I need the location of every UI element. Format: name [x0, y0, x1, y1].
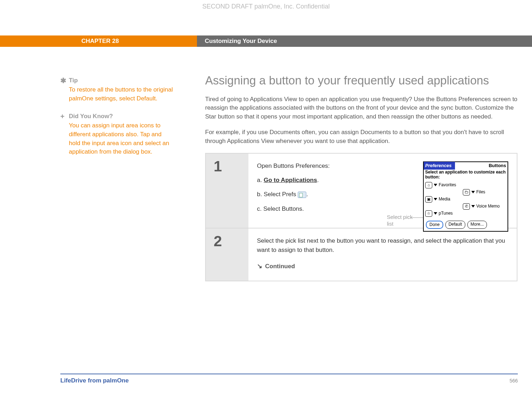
step-1a: a. Go to Applications. [257, 176, 385, 185]
confidential-watermark: SECOND DRAFT palmOne, Inc. Confidential [0, 3, 532, 10]
step-1a-suffix: . [317, 177, 319, 183]
palm-title-right: Buttons [489, 162, 508, 169]
continued-indicator: ↘ Continued [257, 261, 508, 271]
chevron-down-icon [434, 198, 437, 200]
tip-heading: Tip [69, 77, 78, 84]
did-you-know-block: + Did You Know? You can assign input are… [60, 113, 174, 156]
arrow-down-right-icon: ↘ [257, 261, 262, 271]
palm-row-favorites: ⌂Favorites [425, 182, 456, 188]
palm-label-favorites: Favorites [439, 182, 456, 188]
home-icon: ⌂ [425, 182, 432, 188]
chapter-number: CHAPTER 28 [0, 35, 197, 47]
palm-preferences-screenshot: Preferences Buttons Select an applicatio… [423, 161, 508, 232]
palm-label-voicememo: Voice Memo [476, 203, 500, 210]
main-content: Assigning a button to your frequently us… [205, 73, 517, 281]
step-1c: c. Select Buttons. [257, 204, 385, 214]
footer-product: LifeDrive from palmOne [60, 377, 129, 384]
page-title: Assigning a button to your frequently us… [205, 73, 517, 89]
callout-line [411, 217, 423, 218]
palm-label-files: Files [476, 189, 485, 195]
intro-paragraph-1: Tired of going to Applications View to o… [205, 95, 517, 121]
step-2: 2 Select the pick list next to the butto… [206, 228, 517, 281]
steps-container: 1 Open Buttons Preferences: a. Go to App… [205, 153, 517, 281]
media-icon: ▣ [425, 196, 432, 203]
page-footer: LifeDrive from palmOne 566 [60, 374, 518, 384]
palm-done-button: Done [426, 221, 443, 229]
palm-row-voicememo: ✆Voice Memo [463, 203, 500, 210]
palm-title-left: Preferences [424, 162, 455, 170]
step-2-text: Select the pick list next to the button … [257, 236, 508, 255]
tip-body: To restore all the buttons to the origin… [69, 86, 174, 103]
chapter-title: Customizing Your Device [197, 35, 532, 47]
plus-icon: + [60, 113, 69, 120]
step-1: 1 Open Buttons Preferences: a. Go to App… [206, 154, 517, 228]
palm-row-files: 🗀Files [463, 189, 485, 195]
prefs-icon [298, 192, 306, 198]
step-1b-prefix: b. Select Prefs [257, 191, 298, 198]
palm-row-ptunes: ☆pTunes [425, 210, 453, 217]
star-icon: ☆ [425, 210, 432, 217]
dyk-body: You can assign input area icons to diffe… [69, 121, 174, 156]
asterisk-icon: ✱ [60, 77, 69, 84]
chevron-down-icon [434, 184, 437, 186]
step-1b: b. Select Prefs . [257, 190, 385, 199]
dyk-heading: Did You Know? [69, 113, 113, 120]
continued-label: Continued [265, 262, 295, 271]
chapter-header: CHAPTER 28 Customizing Your Device [0, 35, 532, 47]
step-1-title: Open Buttons Preferences: [257, 161, 385, 171]
callout-select-picklist: Select pick list [387, 214, 417, 227]
palm-label-media: Media [439, 196, 450, 203]
step-1a-prefix: a. [257, 177, 264, 183]
palm-more-button: More... [467, 221, 487, 229]
voice-icon: ✆ [463, 203, 470, 210]
palm-subtitle: Select an application to customize each … [424, 169, 508, 181]
chevron-down-icon [471, 205, 475, 208]
tip-block: ✱ Tip To restore all the buttons to the … [60, 77, 174, 103]
step-1-number: 1 [206, 154, 248, 228]
palm-label-ptunes: pTunes [439, 210, 453, 217]
go-to-applications-link[interactable]: Go to Applications [264, 177, 317, 183]
sidebar-notes: ✱ Tip To restore all the buttons to the … [60, 77, 174, 166]
palm-default-button: Default [445, 221, 465, 229]
step-2-number: 2 [206, 228, 248, 281]
step-1b-suffix: . [306, 191, 308, 198]
footer-page-number: 566 [510, 378, 518, 384]
chevron-down-icon [434, 212, 437, 215]
intro-paragraph-2: For example, if you use Documents often,… [205, 128, 517, 145]
folder-icon: 🗀 [463, 189, 470, 195]
palm-row-media: ▣Media [425, 196, 450, 203]
chevron-down-icon [471, 191, 475, 193]
